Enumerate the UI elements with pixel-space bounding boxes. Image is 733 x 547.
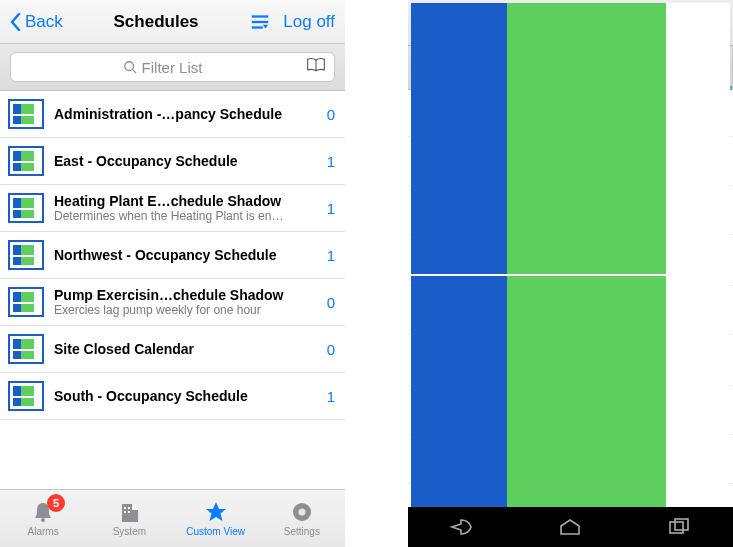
svg-rect-8 bbox=[132, 510, 138, 522]
item-count: 1 bbox=[327, 388, 335, 405]
alarm-badge: 5 bbox=[47, 494, 65, 512]
item-count: 0 bbox=[327, 341, 335, 358]
svg-rect-7 bbox=[122, 504, 132, 522]
schedule-icon bbox=[420, 445, 454, 473]
back-button[interactable]: Back bbox=[10, 12, 63, 32]
list-item[interactable]: South - Occupancy Schedule1 bbox=[0, 373, 345, 420]
gear-icon bbox=[289, 500, 315, 524]
item-count: 1 bbox=[327, 247, 335, 264]
svg-rect-9 bbox=[124, 507, 126, 509]
android-navbar bbox=[408, 507, 733, 547]
page-title: Schedules bbox=[114, 12, 199, 32]
svg-rect-18 bbox=[670, 522, 683, 533]
sort-icon[interactable] bbox=[249, 13, 271, 31]
svg-rect-19 bbox=[675, 519, 688, 530]
recent-apps-icon[interactable] bbox=[666, 517, 692, 537]
item-subtitle: Exercies lag pump weekly for one hour bbox=[54, 303, 321, 317]
tab-label: System bbox=[113, 526, 146, 537]
android-screen: Schedules ALARMS (5/14) SYSTEM CUSTOM VI… bbox=[408, 0, 733, 547]
tab-alarms[interactable]: 5 Alarms bbox=[0, 490, 86, 547]
tab-label: Settings bbox=[284, 526, 320, 537]
ios-filterbar: Filter List bbox=[0, 44, 345, 91]
search-icon bbox=[123, 60, 137, 74]
filter-placeholder: Filter List bbox=[142, 59, 203, 76]
schedule-icon bbox=[8, 240, 44, 270]
schedule-icon bbox=[8, 334, 44, 364]
item-count: 0 bbox=[327, 106, 335, 123]
item-subtitle: Determines when the Heating Plant is en… bbox=[54, 209, 321, 223]
schedule-icon bbox=[8, 193, 44, 223]
book-icon[interactable] bbox=[306, 57, 326, 77]
item-count: 0 bbox=[327, 294, 335, 311]
android-list: Administration -…upancy Schedule East - … bbox=[408, 137, 733, 484]
tab-system[interactable]: System bbox=[86, 490, 172, 547]
item-title: Pump Exercisin…chedule Shadow bbox=[54, 287, 321, 303]
tab-label: Custom View bbox=[186, 526, 245, 537]
home-icon[interactable] bbox=[557, 517, 583, 537]
back-icon[interactable] bbox=[449, 517, 475, 537]
list-item[interactable]: Northwest - Occupancy Schedule1 bbox=[0, 232, 345, 279]
logoff-button[interactable]: Log off bbox=[283, 12, 335, 32]
filter-input[interactable]: Filter List bbox=[10, 52, 335, 82]
list-item[interactable]: Heating Plant E…chedule ShadowDetermines… bbox=[0, 185, 345, 232]
svg-point-6 bbox=[41, 518, 45, 522]
svg-point-3 bbox=[124, 62, 133, 71]
svg-point-14 bbox=[298, 509, 305, 516]
svg-line-4 bbox=[132, 70, 136, 74]
list-item[interactable]: Pump Exercisin…chedule ShadowExercies la… bbox=[0, 279, 345, 326]
ios-list: Administration -…pancy Schedule0 East - … bbox=[0, 91, 345, 420]
item-title: Northwest - Occupancy Schedule bbox=[54, 247, 321, 263]
schedule-icon bbox=[8, 381, 44, 411]
list-item[interactable]: Site Closed Calendar0 bbox=[0, 326, 345, 373]
schedule-icon bbox=[8, 146, 44, 176]
building-icon bbox=[116, 500, 142, 524]
item-title: South - Occupancy Schedule bbox=[54, 388, 321, 404]
list-item[interactable]: East - Occupancy Schedule1 bbox=[0, 138, 345, 185]
chevron-left-icon bbox=[10, 13, 22, 31]
list-item[interactable]: Administration -…pancy Schedule0 bbox=[0, 91, 345, 138]
back-label: Back bbox=[25, 12, 63, 32]
item-title: East - Occupancy Schedule bbox=[54, 153, 321, 169]
ios-tabbar: 5 Alarms System Custom View Settings bbox=[0, 489, 345, 547]
item-title: Site Closed Calendar bbox=[54, 341, 321, 357]
tab-label: Alarms bbox=[28, 526, 59, 537]
tab-settings[interactable]: Settings bbox=[259, 490, 345, 547]
item-title: Heating Plant E…chedule Shadow bbox=[54, 193, 321, 209]
ios-screen: Back Schedules Log off Filter List Admin… bbox=[0, 0, 345, 547]
list-item[interactable]: South - Occupancy Schedule bbox=[408, 435, 733, 484]
schedule-icon bbox=[8, 287, 44, 317]
item-title: Administration -…pancy Schedule bbox=[54, 106, 321, 122]
ios-header: Back Schedules Log off bbox=[0, 0, 345, 44]
svg-rect-12 bbox=[128, 511, 130, 513]
star-icon bbox=[203, 500, 229, 524]
item-count: 1 bbox=[327, 153, 335, 170]
schedule-icon bbox=[8, 99, 44, 129]
svg-rect-10 bbox=[128, 507, 130, 509]
item-count: 1 bbox=[327, 200, 335, 217]
svg-rect-11 bbox=[124, 511, 126, 513]
tab-custom-view[interactable]: Custom View bbox=[173, 490, 259, 547]
